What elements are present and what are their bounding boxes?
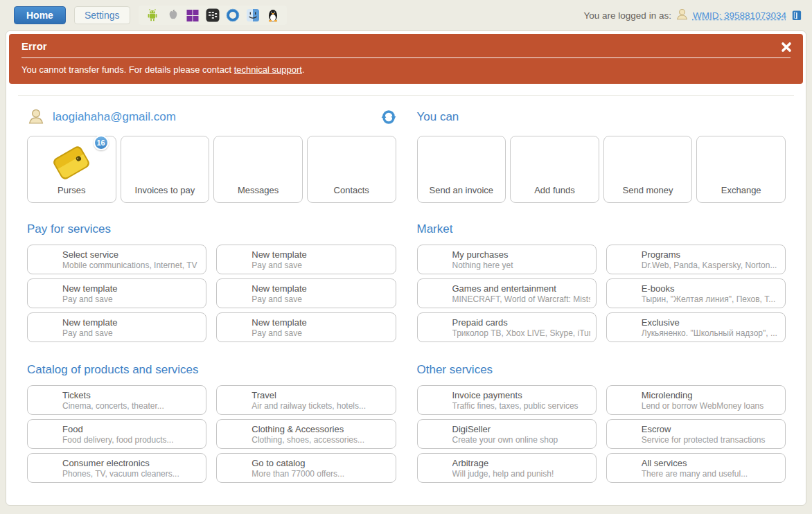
item-title: Food [62,423,200,435]
card-label: Exchange [697,185,785,195]
item-food[interactable]: Food Food delivery, food products... [27,419,206,449]
item-go-to-catalog[interactable]: Go to catalog More than 77000 offers... [216,453,396,483]
card-messages[interactable]: Messages [213,136,303,203]
item-tickets[interactable]: Tickets Cinema, concerts, theater... [27,385,206,415]
item-programs[interactable]: Programs Dr.Web, Panda, Kaspersky, Norto… [606,245,786,274]
purses-badge: 16 [94,135,109,150]
error-message-period: . [302,64,305,75]
item-escrow[interactable]: Escrow Service for protected transaction… [606,419,786,449]
item-new-template[interactable]: New template Pay and save [27,278,206,308]
item-subtitle: Mobile communications, Internet, TV [62,260,200,271]
item-subtitle: Create your own online shop [452,435,590,445]
topbar: Home Settings [0,0,812,30]
error-message: You cannot transfer funds. For details p… [21,64,791,76]
item-title: Prepaid cards [452,317,590,328]
item-subtitle: Dr.Web, Panda, Kaspersky, Norton... [642,260,779,271]
item-title: Clothing & Accessories [251,423,389,435]
logout-icon[interactable] [791,10,802,21]
close-icon[interactable] [781,42,792,53]
error-banner: Error You cannot transfer funds. For det… [9,34,803,84]
heading-pay-for-services: Pay for services [27,222,396,236]
apple-icon[interactable] [166,8,179,22]
home-button[interactable]: Home [14,6,66,24]
item-new-template[interactable]: New template Pay and save [216,312,396,342]
catalog-grid: Tickets Cinema, concerts, theater... Tra… [27,385,396,483]
platform-icons-tray [139,6,287,25]
item-my-purchases[interactable]: My purchases Nothing here yet [417,245,597,274]
item-clothing-accessories[interactable]: Clothing & Accessories Clothing, shoes, … [216,419,396,449]
item-title: Invoice payments [452,389,590,401]
mac-finder-icon[interactable] [246,8,260,22]
item-subtitle: Pay and save [62,294,200,305]
you-can-cards: Send an invoice Add funds Send money Exc… [417,136,786,203]
item-new-template[interactable]: New template Pay and save [216,278,396,308]
item-title: Consumer electronics [62,457,200,469]
linux-icon[interactable] [266,8,280,22]
item-title: New template [251,317,389,328]
blackberry-icon[interactable] [206,8,220,22]
wmid-link[interactable]: WMID: 395881073034 [693,10,786,21]
card-exchange[interactable]: Exchange [696,136,786,203]
item-subtitle: Pay and save [62,328,200,339]
item-consumer-electronics[interactable]: Consumer electronics Phones, TV, vacuum … [27,453,206,483]
item-travel[interactable]: Travel Air and railway tickets, hotels..… [216,385,396,415]
account-header: laogiahaha@gmail.com [27,103,396,132]
item-games-entertainment[interactable]: Games and entertainment MINECRAFT, World… [417,278,597,308]
technical-support-link[interactable]: technical support [234,64,302,75]
item-subtitle: More than 77000 offers... [251,469,389,479]
item-subtitle: Лукьяненко. "Школьный надзор", ... [642,328,779,339]
item-subtitle: Food delivery, food products... [62,435,200,445]
login-prefix-label: You are logged in as: [584,10,671,21]
item-title: Exclusive [642,317,779,328]
item-title: New template [251,283,389,294]
card-label: Add funds [511,185,599,195]
card-label: Contacts [308,185,396,195]
item-arbitrage[interactable]: Arbitrage Will judge, help and punish! [417,453,597,483]
item-title: New template [251,249,389,260]
item-invoice-payments[interactable]: Invoice payments Traffic fines, taxes, p… [417,385,597,415]
item-subtitle: Pay and save [251,328,389,339]
item-microlending[interactable]: Microlending Lend or borrow WebMoney loa… [606,385,786,415]
card-send-an-invoice[interactable]: Send an invoice [417,136,506,203]
item-all-services[interactable]: All services There are many and useful..… [606,453,786,483]
web-icon[interactable] [226,8,240,22]
other-services-grid: Invoice payments Traffic fines, taxes, p… [417,385,786,483]
item-subtitle: Service for protected transactions [642,435,779,445]
item-new-template[interactable]: New template Pay and save [27,312,206,342]
item-select-service[interactable]: Select service Mobile communications, In… [27,245,206,274]
login-status: You are logged in as: WMID: 395881073034 [584,8,802,23]
heading-other-services: Other services [417,363,786,377]
error-divider [21,57,791,58]
item-subtitle: Clothing, shoes, accessories... [251,435,389,445]
item-subtitle: Traffic fines, taxes, public services [452,401,590,411]
card-label: Send money [604,185,692,195]
item-subtitle: Pay and save [251,294,389,305]
card-label: Invoices to pay [121,185,209,195]
item-exclusive[interactable]: Exclusive Лукьяненко. "Школьный надзор",… [606,312,786,342]
card-contacts[interactable]: Contacts [307,136,396,203]
item-e-books[interactable]: E-books Тырин, "Желтая линия", Пехов, Т.… [606,278,786,308]
item-title: Games and entertainment [452,283,590,294]
item-subtitle: Nothing here yet [452,260,590,271]
item-prepaid-cards[interactable]: Prepaid cards Триколор ТВ, Xbox LIVE, Sk… [417,312,597,342]
item-title: Microlending [642,389,779,401]
item-digiseller[interactable]: DigiSeller Create your own online shop [417,419,597,449]
item-title: Programs [642,249,779,260]
card-purses[interactable]: 16 Purses [27,136,116,203]
right-column: You can Send an invoice Add funds Send m… [417,103,786,483]
card-label: Send an invoice [418,185,506,195]
item-subtitle: MINECRAFT, World of Warcraft: Mists... [452,294,590,305]
settings-button[interactable]: Settings [74,6,130,24]
item-title: Select service [62,249,200,260]
card-invoices-to-pay[interactable]: Invoices to pay [121,136,210,203]
item-new-template[interactable]: New template Pay and save [216,245,396,274]
windows-icon[interactable] [186,8,200,22]
refresh-icon[interactable] [381,109,396,125]
error-message-text: You cannot transfer funds. For details p… [21,64,234,75]
card-add-funds[interactable]: Add funds [510,136,599,203]
item-title: DigiSeller [452,423,590,435]
android-icon[interactable] [145,8,159,22]
item-title: My purchases [452,249,590,260]
card-send-money[interactable]: Send money [603,136,693,203]
item-subtitle: Тырин, "Желтая линия", Пехов, Т... [642,294,779,305]
